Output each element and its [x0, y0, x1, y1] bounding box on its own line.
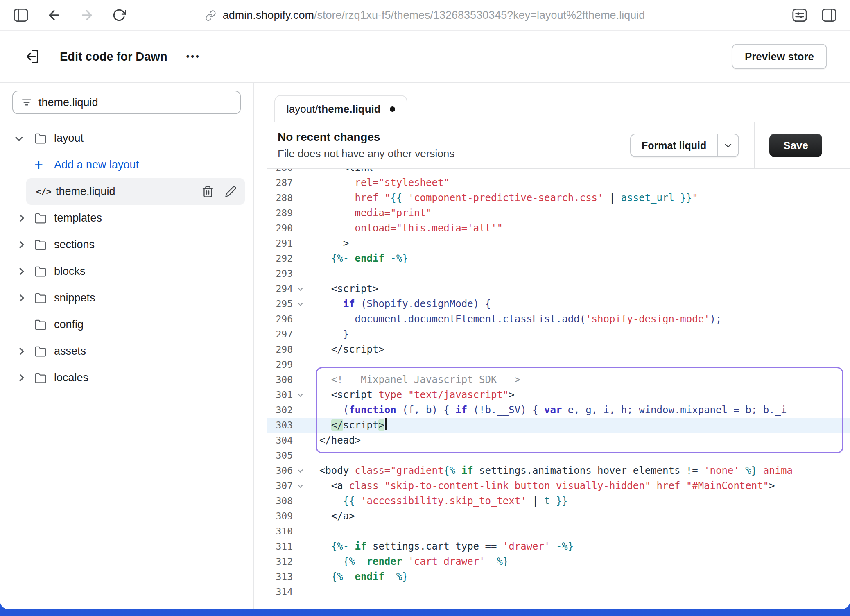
code-line-289[interactable]: 289 media="print"	[267, 206, 850, 221]
code-text	[307, 266, 850, 281]
line-number: 297	[267, 327, 293, 342]
code-line-307[interactable]: 307 <a class="skip-to-content-link butto…	[267, 478, 850, 494]
line-number: 310	[267, 524, 293, 539]
sidebar-folder-assets[interactable]: assets	[0, 338, 253, 365]
add-new-layout-button[interactable]: +Add a new layout	[0, 152, 253, 178]
customize-icon[interactable]	[792, 8, 807, 22]
code-text: if (Shopify.designMode) {	[307, 297, 850, 312]
forward-icon[interactable]	[79, 8, 94, 23]
code-line-298[interactable]: 298 </script>	[267, 342, 850, 357]
file-search-input[interactable]: theme.liquid	[12, 91, 241, 114]
code-line-305[interactable]: 305	[267, 448, 850, 463]
fold-toggle-icon[interactable]	[293, 478, 307, 494]
app-header: Edit code for Dawn ••• Preview store	[0, 31, 850, 83]
folder-icon	[34, 239, 54, 251]
code-line-296[interactable]: 296 document.documentElement.classList.a…	[267, 312, 850, 327]
format-options-caret[interactable]	[717, 134, 738, 156]
code-line-293[interactable]: 293	[267, 266, 850, 281]
sidebar-folder-layout[interactable]: layout	[0, 125, 253, 152]
code-line-303[interactable]: 303 </script>	[267, 418, 850, 433]
code-line-313[interactable]: 313 {%- endif -%}	[267, 569, 850, 584]
code-text: href="{{ 'component-predictive-search.cs…	[307, 190, 850, 206]
code-line-314[interactable]: 314	[267, 584, 850, 600]
code-line-291[interactable]: 291 >	[267, 236, 850, 251]
folder-icon	[34, 292, 54, 304]
exit-code-editor-button[interactable]	[23, 48, 41, 66]
reload-icon[interactable]	[112, 8, 126, 22]
sidebar-folder-sections[interactable]: sections	[0, 231, 253, 258]
code-line-310[interactable]: 310	[267, 524, 850, 539]
delete-file-icon[interactable]	[201, 185, 214, 198]
code-line-297[interactable]: 297 }	[267, 327, 850, 342]
code-line-306[interactable]: 306 <body class="gradient{% if settings.…	[267, 463, 850, 478]
search-value: theme.liquid	[38, 96, 98, 109]
chevron-down-icon	[725, 141, 731, 148]
filter-icon	[20, 96, 33, 109]
line-number: 287	[267, 175, 293, 190]
action-label: Add a new layout	[54, 159, 139, 171]
line-number: 292	[267, 251, 293, 266]
line-number: 311	[267, 539, 293, 554]
split-view-icon[interactable]	[821, 8, 837, 22]
code-text: media="print"	[307, 206, 850, 221]
line-number: 291	[267, 236, 293, 251]
code-line-301[interactable]: 301 <script type="text/javascript">	[267, 387, 850, 403]
more-options-button[interactable]: •••	[186, 51, 201, 62]
code-text	[307, 524, 850, 539]
fold-toggle-icon[interactable]	[293, 463, 307, 478]
line-number: 295	[267, 297, 293, 312]
code-editor[interactable]: 286 <link287 rel="stylesheet"288 href="{…	[267, 169, 850, 609]
save-button[interactable]: Save	[769, 134, 822, 157]
code-text: onload="this.media='all'"	[307, 221, 850, 236]
tab-layout-theme-liquid[interactable]: layout/theme.liquid	[274, 95, 407, 122]
code-line-304[interactable]: 304 </head>	[267, 433, 850, 448]
chevron-right-icon	[16, 294, 24, 301]
preview-store-button[interactable]: Preview store	[732, 44, 827, 69]
line-number: 308	[267, 494, 293, 509]
editor-toolbar: No recent changes File does not have any…	[267, 122, 850, 169]
folder-name: assets	[54, 345, 86, 358]
code-line-311[interactable]: 311 {%- if settings.cart_type == 'drawer…	[267, 539, 850, 554]
code-line-299[interactable]: 299	[267, 357, 850, 372]
format-liquid-label[interactable]: Format liquid	[631, 134, 717, 156]
code-line-288[interactable]: 288 href="{{ 'component-predictive-searc…	[267, 190, 850, 206]
folder-name: sections	[54, 238, 95, 251]
sidebar-folder-templates[interactable]: templates	[0, 205, 253, 231]
sidebar-folder-config[interactable]: config	[0, 311, 253, 338]
code-line-287[interactable]: 287 rel="stylesheet"	[267, 175, 850, 190]
code-text: </script>	[307, 418, 850, 433]
fold-toggle-icon[interactable]	[293, 297, 307, 312]
line-number: 294	[267, 281, 293, 297]
folder-name: templates	[54, 212, 102, 224]
code-text: </head>	[307, 433, 850, 448]
file-theme.liquid[interactable]: </>theme.liquid	[26, 178, 245, 205]
line-number: 303	[267, 418, 293, 433]
address-bar[interactable]: admin.shopify.com/store/rzq1xu-f5/themes…	[205, 9, 645, 22]
back-icon[interactable]	[47, 8, 61, 23]
tab-file-name: theme.liquid	[318, 103, 381, 115]
line-number: 298	[267, 342, 293, 357]
code-line-290[interactable]: 290 onload="this.media='all'"	[267, 221, 850, 236]
code-line-309[interactable]: 309 </a>	[267, 509, 850, 524]
code-text: document.documentElement.classList.add('…	[307, 312, 850, 327]
sidebar-folder-blocks[interactable]: blocks	[0, 258, 253, 285]
code-line-286[interactable]: 286 <link	[267, 169, 850, 175]
rename-file-icon[interactable]	[225, 186, 237, 197]
code-line-308[interactable]: 308 {{ 'accessibility.skip_to_text' | t …	[267, 494, 850, 509]
line-number: 306	[267, 463, 293, 478]
code-line-294[interactable]: 294 <script>	[267, 281, 850, 297]
fold-toggle-icon[interactable]	[293, 281, 307, 297]
code-line-295[interactable]: 295 if (Shopify.designMode) {	[267, 297, 850, 312]
code-text: <a class="skip-to-content-link button vi…	[307, 478, 850, 494]
sidebar-folder-locales[interactable]: locales	[0, 365, 253, 391]
code-line-302[interactable]: 302 (function (f, b) { if (!b.__SV) { va…	[267, 403, 850, 418]
line-number: 300	[267, 372, 293, 387]
fold-toggle-icon[interactable]	[293, 387, 307, 403]
code-text: </script>	[307, 342, 850, 357]
format-liquid-button[interactable]: Format liquid	[630, 134, 739, 157]
sidebar-folder-snippets[interactable]: snippets	[0, 285, 253, 311]
code-line-312[interactable]: 312 {%- render 'cart-drawer' -%}	[267, 554, 850, 569]
sidebar-toggle-icon[interactable]	[13, 8, 29, 22]
code-line-300[interactable]: 300 <!-- Mixpanel Javascript SDK -->	[267, 372, 850, 387]
code-line-292[interactable]: 292 {%- endif -%}	[267, 251, 850, 266]
